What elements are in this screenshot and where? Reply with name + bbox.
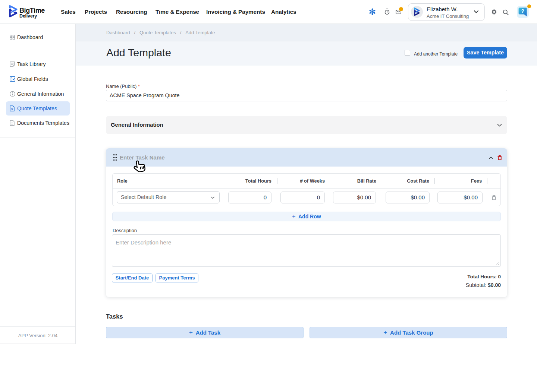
svg-text:$: $ <box>11 107 13 111</box>
svg-text:?: ? <box>521 8 524 14</box>
